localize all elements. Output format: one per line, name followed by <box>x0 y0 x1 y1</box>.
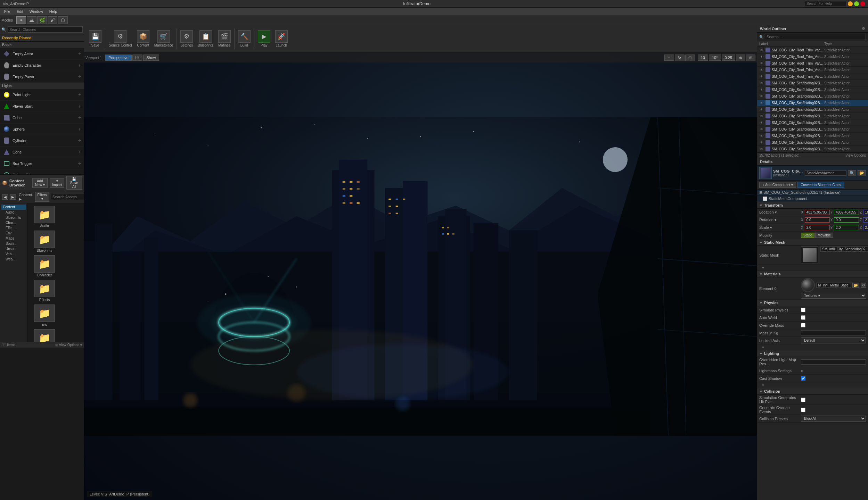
location-z-input[interactable] <box>863 210 868 215</box>
lit-button[interactable]: Lit <box>132 55 143 61</box>
place-item-player-start-add[interactable]: + <box>78 103 81 109</box>
physics-expand-row[interactable]: ▼ <box>757 344 868 350</box>
wo-item-5[interactable]: 👁 SM_COG_City_Scaffolding02B168 StaticMe… <box>757 80 868 86</box>
place-item-empty-actor[interactable]: Empty Actor + <box>0 48 84 60</box>
place-item-sphere[interactable]: Sphere + <box>0 124 84 135</box>
place-item-sphere-trigger[interactable]: Sphere Trigger + <box>0 169 84 174</box>
maximize-button[interactable] <box>854 1 859 6</box>
static-mesh-section-header[interactable]: ▼ Static Mesh <box>757 239 868 246</box>
place-item-box-trigger-add[interactable]: + <box>78 160 81 167</box>
viewport[interactable]: Viewport 1 Perspective Lit Show ↔ ↻ ⊞ 10… <box>84 53 757 500</box>
details-search-button[interactable]: 🔍 <box>848 170 856 176</box>
menu-file[interactable]: File <box>1 9 13 14</box>
details-class-input[interactable] <box>805 170 846 176</box>
content-toolbar-group[interactable]: 📦 Content <box>135 29 152 49</box>
static-button[interactable]: Static <box>801 233 814 238</box>
place-item-sphere-add[interactable]: + <box>78 126 81 132</box>
tree-item-effects[interactable]: Effe... <box>1 225 26 231</box>
geometry-mode-button[interactable]: ⬡ <box>58 16 68 24</box>
place-item-empty-pawn-add[interactable]: + <box>78 74 81 80</box>
folder-audio[interactable]: Audio <box>31 206 58 228</box>
mass-kg-input[interactable] <box>801 330 866 335</box>
place-mode-button[interactable]: ✦ <box>16 16 26 24</box>
tree-item-audio[interactable]: Audio <box>1 210 26 215</box>
locked-axis-select[interactable]: Default X Y Z <box>801 338 866 343</box>
scale-snap-button[interactable]: 0.25 <box>722 55 735 61</box>
material-textures-select[interactable]: Textures ▾ <box>801 293 866 299</box>
scale-y-input[interactable] <box>834 225 859 230</box>
transform-section-header[interactable]: ▼ Transform <box>757 202 868 209</box>
sim-gen-checkbox[interactable] <box>801 398 805 402</box>
override-mass-checkbox[interactable] <box>801 323 805 327</box>
tree-item-vehicles[interactable]: Vehi... <box>1 251 26 257</box>
filters-button[interactable]: Filters ▾ <box>35 192 49 202</box>
details-browse-button[interactable]: 📂 <box>858 170 866 176</box>
wo-item-0[interactable]: 👁 SM_COG_City_Roof_Trim_VarB_Middle419 S… <box>757 47 868 53</box>
tree-item-maps[interactable]: Maps <box>1 236 26 241</box>
maximize-viewport-button[interactable]: ⊞ <box>746 55 755 61</box>
search-classes-input[interactable] <box>8 26 83 33</box>
wo-item-12[interactable]: 👁 SM_COG_City_Scaffolding02B198 StaticMe… <box>757 126 868 133</box>
place-item-sphere-trigger-add[interactable]: + <box>78 172 81 174</box>
folder-effects[interactable]: Effects <box>31 280 58 302</box>
tree-item-sounds[interactable]: Soun... <box>1 241 26 246</box>
place-item-empty-actor-add[interactable]: + <box>78 51 81 57</box>
light-map-res-input[interactable] <box>801 359 866 365</box>
lighting-section-header[interactable]: ▼ Lighting <box>757 350 868 357</box>
convert-blueprint-button[interactable]: Convert to Blueprint Class <box>797 182 844 188</box>
folder-env[interactable]: Env <box>31 305 58 326</box>
wo-item-14[interactable]: 👁 SM_COG_City_Scaffolding02B200 StaticMe… <box>757 139 868 146</box>
source-control-toolbar-group[interactable]: ⚙ Source Control <box>107 29 134 49</box>
material-value-input[interactable] <box>816 283 851 288</box>
angle-snap-button[interactable]: 10° <box>709 55 721 61</box>
collision-presets-select[interactable]: BlockAll NoCollision OverlapAll <box>801 416 866 422</box>
lighting-expand-row[interactable]: ▼ <box>757 382 868 388</box>
matinee-toolbar-group[interactable]: 🎬 Matinee <box>216 29 233 49</box>
save-toolbar-group[interactable]: 💾 Save <box>87 29 104 49</box>
tree-item-content[interactable]: Content <box>1 205 26 210</box>
place-item-cube[interactable]: Cube + <box>0 112 84 124</box>
movable-button[interactable]: Movable <box>815 233 833 238</box>
collision-section-header[interactable]: ▼ Collision <box>757 388 868 395</box>
tree-item-env[interactable]: Env <box>1 231 26 236</box>
wo-item-4[interactable]: 👁 SM_COG_City_Roof_Trim_VarB_Middle459 S… <box>757 73 868 80</box>
wo-item-6[interactable]: 👁 SM_COG_City_Scaffolding02B169 StaticMe… <box>757 86 868 93</box>
back-button[interactable]: ◀ <box>2 194 8 200</box>
save-all-button[interactable]: 💾 Save All <box>66 176 82 190</box>
rotation-x-input[interactable] <box>805 217 830 223</box>
scale-tool[interactable]: ⊞ <box>685 55 695 61</box>
place-item-box-trigger[interactable]: Box Trigger + <box>0 158 84 169</box>
help-search-input[interactable] <box>805 1 846 6</box>
menu-help[interactable]: Help <box>47 9 60 14</box>
place-item-empty-pawn[interactable]: Empty Pawn + <box>0 71 84 83</box>
tree-item-blueprints[interactable]: Blueprints <box>1 215 26 220</box>
forward-button[interactable]: ▶ <box>10 194 16 200</box>
folder-blueprints[interactable]: Blueprints <box>31 231 58 252</box>
foliage-mode-button[interactable]: 🌿 <box>37 16 47 24</box>
translate-tool[interactable]: ↔ <box>664 55 674 61</box>
place-item-player-start[interactable]: Player Start + <box>0 101 84 112</box>
close-button[interactable] <box>860 1 865 6</box>
tree-item-characters[interactable]: Char... <box>1 220 26 225</box>
physics-section-header[interactable]: ▼ Physics <box>757 300 868 306</box>
mesh-expand-row[interactable]: ▼ <box>757 265 868 271</box>
place-item-point-light[interactable]: Point Light + <box>0 89 84 101</box>
gen-overlap-checkbox[interactable] <box>801 408 805 412</box>
material-reset-button[interactable]: ↺ <box>861 283 866 288</box>
wo-item-8[interactable]: 👁 SM_COG_City_Scaffolding02B171 StaticMe… <box>757 100 868 106</box>
place-item-cube-add[interactable]: + <box>78 115 81 121</box>
rotate-tool[interactable]: ↻ <box>675 55 685 61</box>
place-item-cone[interactable]: Cone + <box>0 147 84 158</box>
add-component-button[interactable]: + Add Component ▾ <box>759 182 796 188</box>
scale-x-input[interactable] <box>805 225 830 230</box>
wo-item-7[interactable]: 👁 SM_COG_City_Scaffolding02B170 StaticMe… <box>757 93 868 100</box>
world-outliner-search-input[interactable] <box>765 34 866 40</box>
folder-maps[interactable]: Maps <box>31 329 58 342</box>
location-x-input[interactable] <box>805 210 830 215</box>
wo-item-3[interactable]: 👁 SM_COG_City_Roof_Trim_VarB_Middle458 S… <box>757 67 868 73</box>
wo-item-2[interactable]: 👁 SM_COG_City_Roof_Trim_VarB_Middle457 S… <box>757 60 868 67</box>
landscape-mode-button[interactable]: ⛰ <box>27 16 36 24</box>
wo-item-9[interactable]: 👁 SM_COG_City_Scaffolding02B172 StaticMe… <box>757 106 868 113</box>
brush-mode-button[interactable]: 🖌 <box>48 16 57 24</box>
minimize-button[interactable] <box>848 1 853 6</box>
